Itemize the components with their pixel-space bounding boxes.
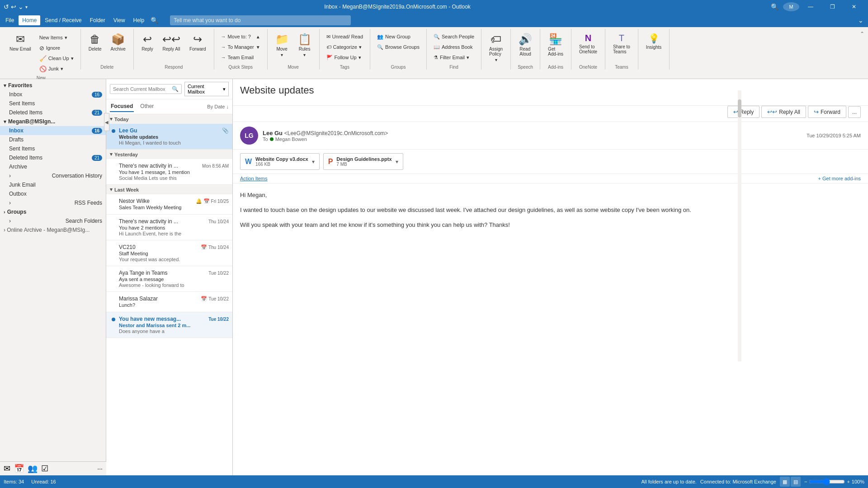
reading-view-btn[interactable]: ▦	[780, 477, 790, 487]
search-people-icon[interactable]: 🔍	[767, 3, 782, 10]
maximize-btn[interactable]: ❐	[822, 0, 843, 14]
mailbox-dropdown[interactable]: Current Mailbox ▾	[184, 82, 229, 96]
new-group-button[interactable]: 👥 New Group	[374, 32, 423, 42]
attachment-pptx[interactable]: P Design Guidelines.pptx 7 MB ▾	[323, 153, 403, 170]
filter-email-button[interactable]: ⚗ Filter Email ▾	[430, 52, 477, 62]
reply-action-button[interactable]: ↩ Reply	[727, 106, 760, 118]
clean-up-button[interactable]: 🧹 Clean Up ▾	[36, 53, 77, 63]
sidebar-item-search-folders[interactable]: › Search Folders	[0, 216, 106, 225]
reply-all-action-button[interactable]: ↩↩ Reply All	[761, 106, 806, 118]
move-button[interactable]: 📁 Move ▾	[271, 31, 293, 60]
calendar-nav-icon[interactable]: 📅	[14, 464, 24, 474]
sidebar-item-sent-fav[interactable]: Sent Items	[0, 99, 106, 108]
tab-focused[interactable]: Focused	[110, 101, 134, 112]
browse-groups-button[interactable]: 🔍 Browse Groups	[374, 42, 423, 52]
att-dropdown-pptx[interactable]: ▾	[396, 159, 398, 165]
get-add-ins-button[interactable]: 🏪 GetAdd-ins	[544, 31, 567, 59]
ignore-button[interactable]: ⊘ Ignore	[36, 43, 77, 53]
tell-me-search[interactable]	[170, 15, 351, 25]
sidebar-item-archive[interactable]: Archive	[0, 162, 106, 171]
sidebar-collapse-button[interactable]: ◀	[104, 113, 106, 131]
share-to-teams-button[interactable]: T Share toTeams	[609, 31, 634, 56]
refresh-icon[interactable]: ↺	[4, 3, 9, 10]
close-btn[interactable]: ✕	[844, 0, 864, 14]
minimize-btn[interactable]: —	[800, 0, 821, 14]
tell-me-input[interactable]	[174, 17, 347, 23]
forward-button[interactable]: ↪ Forward	[185, 31, 210, 54]
to-manager-button[interactable]: → To Manager ▼	[218, 42, 264, 52]
undo-icon[interactable]: ↩	[11, 3, 16, 10]
ribbon-collapse-icon[interactable]: ⌄	[855, 17, 866, 24]
search-input[interactable]	[113, 86, 172, 92]
menu-folder[interactable]: Folder	[86, 15, 109, 25]
categorize-button[interactable]: 🏷 Categorize ▾	[323, 42, 367, 52]
tasks-nav-icon[interactable]: ☑	[41, 464, 48, 474]
zoom-slider[interactable]	[809, 478, 845, 485]
insights-button[interactable]: 💡 Insights	[642, 31, 665, 52]
att-dropdown-docx[interactable]: ▾	[312, 159, 315, 165]
sidebar-item-deleted-fav[interactable]: Deleted Items 21	[0, 108, 106, 117]
list-view-btn[interactable]: ▤	[791, 477, 801, 487]
msg-list-scrollbar[interactable]	[738, 90, 741, 361]
sidebar-online-archive[interactable]: › Online Archive - MeganB@MSIg...	[0, 225, 106, 235]
get-more-addins-link[interactable]: + Get more add-ins	[818, 176, 861, 181]
address-book-button[interactable]: 📖 Address Book	[430, 42, 477, 52]
archive-button[interactable]: 📦 Archive	[107, 31, 130, 54]
people-nav-icon[interactable]: 👥	[28, 464, 38, 474]
read-aloud-button[interactable]: 🔊 ReadAloud	[514, 31, 536, 59]
sidebar-item-outbox[interactable]: Outbox	[0, 189, 106, 198]
sidebar-item-conv-history[interactable]: › Conversation History	[0, 171, 106, 180]
search-current-mailbox[interactable]: 🔍	[110, 84, 182, 94]
tab-other[interactable]: Other	[139, 101, 155, 112]
more-actions-button[interactable]: ...	[848, 106, 861, 118]
qs-scroll-down[interactable]: ▼	[256, 45, 260, 50]
sidebar-item-rss[interactable]: › RSS Feeds	[0, 198, 106, 207]
msg-item-marissa[interactable]: Marissa Salazar 📅 Tue 10/22 Lunch?	[106, 292, 232, 312]
sidebar-item-sent[interactable]: Sent Items	[0, 144, 106, 153]
action-items-link[interactable]: Action Items	[240, 176, 268, 181]
reply-all-button[interactable]: ↩↩ Reply All	[158, 31, 184, 54]
unread-read-button[interactable]: ✉ Unread/ Read	[323, 32, 367, 42]
msg-item-lee-gu[interactable]: Lee Gu 📎 Website updates Hi Megan, I wan…	[106, 124, 232, 150]
sidebar-item-inbox[interactable]: Inbox 16	[0, 126, 106, 135]
msg-item-vc210[interactable]: VC210 📅 Thu 10/24 Staff Meeting Your req…	[106, 240, 232, 266]
team-email-button[interactable]: → Team Email	[218, 52, 264, 62]
rules-button[interactable]: 📋 Rules ▾	[294, 31, 316, 60]
search-people-button[interactable]: 🔍 Search People	[430, 32, 477, 42]
qs-scroll-up[interactable]: ▲	[256, 34, 260, 39]
sidebar-favorites-header[interactable]: ▾ Favorites	[0, 81, 106, 90]
new-items-button[interactable]: New Items ▾	[36, 33, 77, 42]
msg-item-activity-2[interactable]: There's new activity in ... Thu 10/24 Yo…	[106, 215, 232, 240]
more-nav-icon[interactable]: ···	[97, 465, 103, 472]
sidebar-account-header[interactable]: ▾ MeganB@MSIgn...	[0, 117, 106, 126]
collapse-ribbon-button[interactable]: ⌃	[858, 29, 866, 39]
menu-send-receive[interactable]: Send / Receive	[41, 15, 85, 25]
zoom-in-btn[interactable]: +	[847, 479, 849, 484]
zoom-out-btn[interactable]: −	[804, 479, 807, 484]
menu-home[interactable]: Home	[19, 15, 40, 25]
menu-view[interactable]: View	[110, 15, 129, 25]
user-avatar-icon[interactable]: M	[783, 2, 799, 11]
forward-action-button[interactable]: ↪ Forward	[808, 106, 846, 118]
attachment-docx[interactable]: W Website Copy v3.docx 166 KB ▾	[240, 153, 320, 170]
help-search-icon[interactable]: 🔍	[149, 17, 160, 24]
msg-item-new-msg[interactable]: You have new messag... Tue 10/22 Nestor …	[106, 312, 232, 338]
move-to-button[interactable]: → Move to: ? ▲	[218, 32, 264, 42]
redo-icon[interactable]: ⌄	[18, 3, 24, 10]
delete-button[interactable]: 🗑 Delete	[85, 31, 106, 54]
mail-nav-icon[interactable]: ✉	[4, 464, 10, 474]
junk-button[interactable]: 🚫 Junk ▾	[36, 64, 77, 74]
menu-file[interactable]: File	[2, 15, 18, 25]
menu-help[interactable]: Help	[130, 15, 148, 25]
follow-up-button[interactable]: 🚩 Follow Up ▾	[323, 52, 367, 62]
msg-item-aya[interactable]: Aya Tange in Teams Tue 10/22 Aya sent a …	[106, 266, 232, 292]
reply-button[interactable]: ↩ Reply	[137, 31, 157, 54]
send-to-onenote-button[interactable]: N Send toOneNote	[575, 31, 601, 56]
sidebar-item-inbox-fav[interactable]: Inbox 16	[0, 90, 106, 99]
msg-item-nestor[interactable]: Nestor Wilke 🔔 📅 Fri 10/25 Sales Team We…	[106, 194, 232, 215]
sort-bar[interactable]: By Date ↓	[207, 104, 229, 109]
new-email-button[interactable]: ✉ New Email	[5, 31, 35, 54]
sidebar-groups-header[interactable]: › Groups	[0, 207, 106, 216]
assign-policy-button[interactable]: 🏷 AssignPolicy ▾	[485, 31, 507, 65]
sidebar-item-deleted[interactable]: Deleted Items 21	[0, 153, 106, 162]
